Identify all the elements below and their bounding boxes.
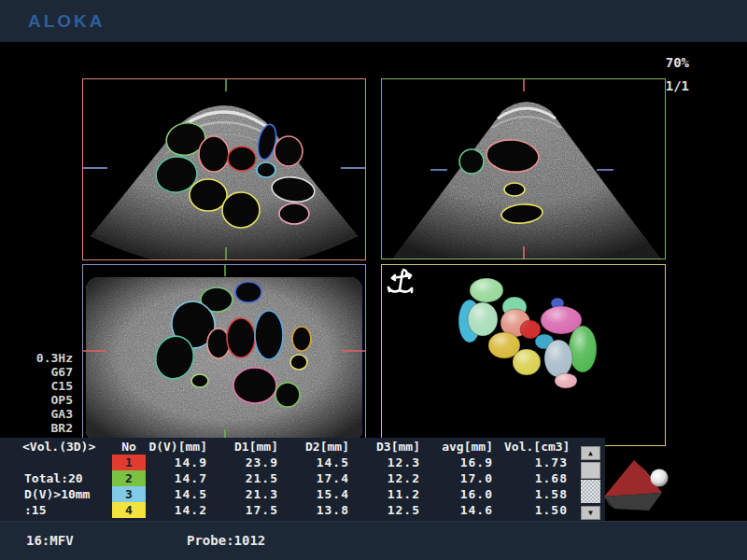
render-3d-view[interactable] (381, 264, 666, 446)
col-header-d3: D3[mm] (360, 439, 431, 455)
param-gain: G67 (22, 365, 73, 379)
plane-b-image (382, 79, 665, 259)
zoom-level: 70% (642, 55, 689, 70)
table-row[interactable]: 4 (110, 502, 148, 518)
plane-c-image (83, 265, 365, 442)
top-bar: ALOKA (0, 0, 747, 42)
summary-count: :15 (21, 502, 110, 518)
param-br: BR2 (22, 421, 73, 435)
display-area: 70% 1/1 0.3Hz G67 C15 OP5 GA3 BR2 <Vol.(… (0, 42, 747, 521)
row-color-badge: 2 (112, 470, 146, 486)
param-contrast: C15 (22, 379, 73, 393)
follicle-3d-render (382, 265, 665, 445)
table-title: <Vol.(3D)> (21, 439, 110, 455)
param-ga: GA3 (22, 407, 73, 421)
row-color-badge: 4 (112, 502, 146, 518)
table-row[interactable]: 2 (110, 470, 148, 486)
col-header-no: No (110, 439, 148, 455)
row-color-badge: 3 (112, 486, 146, 502)
measurement-table-panel: <Vol.(3D)> No D(V)[mm] D1[mm] D2[mm] D3[… (0, 438, 605, 521)
col-header-d2: D2[mm] (289, 439, 360, 455)
plane-c-view[interactable] (82, 264, 366, 443)
plane-b-view[interactable] (381, 78, 666, 259)
plane-a-view[interactable] (82, 78, 366, 260)
param-op: OP5 (22, 393, 73, 407)
measurement-table: <Vol.(3D)> No D(V)[mm] D1[mm] D2[mm] D3[… (21, 439, 579, 518)
frame-counter: 1/1 (642, 78, 689, 93)
col-header-vol: Vol.[cm3] (504, 439, 579, 455)
status-bar: 16:MFV Probe:1012 (0, 521, 747, 560)
probe-label: Probe:1012 (187, 522, 265, 560)
table-row[interactable]: 1 (110, 455, 148, 470)
col-header-d1: D1[mm] (218, 439, 289, 455)
row-color-badge: 1 (112, 455, 146, 470)
orientation-marker-icon (598, 453, 700, 516)
col-header-dv: D(V)[mm] (148, 439, 218, 455)
table-row[interactable]: 3 (110, 486, 148, 502)
plane-a-image (83, 79, 365, 259)
summary-total: Total:20 (21, 470, 110, 486)
col-header-avg: avg[mm] (431, 439, 504, 455)
imaging-parameters: 0.3Hz G67 C15 OP5 GA3 BR2 (22, 351, 73, 435)
param-rate: 0.3Hz (22, 351, 73, 365)
preset-label: 16:MFV (26, 522, 74, 560)
ultrasound-screen: ALOKA (0, 0, 747, 560)
brand-logo: ALOKA (28, 0, 106, 42)
summary-threshold: D(V)>10mm (21, 486, 110, 502)
